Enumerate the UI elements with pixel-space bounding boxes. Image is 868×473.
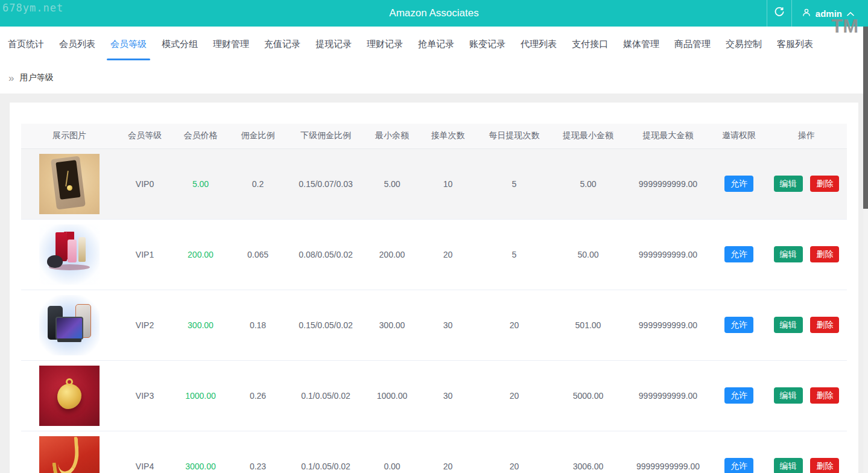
cell-commission: 0.18 — [229, 290, 287, 360]
column-header: 会员价格 — [172, 124, 229, 148]
cell-commission: 0.26 — [229, 360, 287, 431]
table-row: VIP2 300.00 0.18 0.15/0.05/0.02 300.00 3… — [21, 290, 847, 360]
cell-min-balance: 0.00 — [365, 431, 419, 473]
cell-level: VIP1 — [118, 219, 172, 290]
cell-level: VIP4 — [118, 431, 172, 473]
nav-tab-2[interactable]: 会员列表 — [59, 27, 95, 62]
column-header: 会员等级 — [118, 124, 172, 148]
page-content: 展示图片会员等级会员价格佣金比例下级佣金比例最小余额接单次数每日提现次数提现最小… — [0, 94, 868, 473]
nav-tab-15[interactable]: 交易控制 — [726, 27, 762, 62]
cell-max-withdrawal: 99999999999.00 — [624, 431, 712, 473]
scrollbar-thumb[interactable] — [863, 27, 868, 209]
nav-tab-16[interactable]: 客服列表 — [777, 27, 813, 62]
app-title: Amazon Associates — [0, 7, 868, 19]
nav-tab-5[interactable]: 理财管理 — [213, 27, 249, 62]
edit-button[interactable]: 编辑 — [774, 387, 803, 404]
necklace-gift-box-image — [39, 154, 100, 214]
cell-order-count: 30 — [419, 360, 477, 431]
table-row: VIP0 5.00 0.2 0.15/0.07/0.03 5.00 10 5 5… — [21, 148, 847, 219]
table-row: VIP3 1000.00 0.26 0.1/0.05/0.02 1000.00 … — [21, 360, 847, 431]
allow-button[interactable]: 允许 — [724, 176, 753, 192]
cell-order-count: 30 — [419, 290, 477, 360]
cell-daily-withdrawals: 5 — [477, 219, 552, 290]
table-row: VIP4 3000.00 0.23 0.1/0.05/0.02 0.00 20 … — [21, 431, 847, 473]
nav-tab-11[interactable]: 代理列表 — [521, 27, 557, 62]
nav-tab-13[interactable]: 媒体管理 — [623, 27, 659, 62]
cell-min-withdrawal: 50.00 — [552, 219, 624, 290]
edit-button[interactable]: 编辑 — [774, 458, 803, 473]
nav-tab-7[interactable]: 提现记录 — [315, 27, 352, 62]
nav-tab-12[interactable]: 支付接口 — [572, 27, 608, 62]
delete-button[interactable]: 删除 — [810, 246, 839, 262]
cell-min-withdrawal: 3006.00 — [552, 431, 624, 473]
column-header: 每日提现次数 — [477, 124, 552, 148]
refresh-icon — [774, 7, 785, 20]
allow-button[interactable]: 允许 — [724, 387, 753, 404]
nav-tab-4[interactable]: 模式分组 — [162, 27, 198, 62]
cell-order-count: 20 — [419, 431, 477, 473]
cell-max-withdrawal: 9999999999.00 — [624, 219, 712, 290]
nav-tab-6[interactable]: 充值记录 — [264, 27, 300, 62]
cell-level: VIP3 — [118, 360, 172, 431]
cell-sub-commission: 0.15/0.05/0.02 — [287, 290, 365, 360]
cell-min-balance: 300.00 — [365, 290, 419, 360]
cell-max-withdrawal: 9999999999.00 — [624, 290, 712, 360]
column-header: 提现最小金额 — [552, 124, 624, 148]
nav-tab-1[interactable]: 首页统计 — [8, 27, 44, 62]
cell-level: VIP0 — [118, 148, 172, 219]
cell-max-withdrawal: 9999999999.00 — [624, 360, 712, 431]
cell-sub-commission: 0.1/0.05/0.02 — [287, 360, 365, 431]
edit-button[interactable]: 编辑 — [774, 176, 803, 192]
cell-price: 5.00 — [172, 148, 229, 219]
edit-button[interactable]: 编辑 — [774, 246, 803, 262]
refresh-button[interactable] — [767, 0, 792, 27]
tm-watermark: TM — [831, 16, 858, 37]
cell-daily-withdrawals: 20 — [477, 360, 552, 431]
allow-button[interactable]: 允许 — [724, 246, 753, 262]
cell-order-count: 10 — [419, 148, 477, 219]
smartphones-set-image — [39, 295, 100, 355]
user-icon — [802, 8, 811, 19]
nav-tab-10[interactable]: 账变记录 — [469, 27, 505, 62]
nav-tab-9[interactable]: 抢单记录 — [418, 27, 454, 62]
table-row: VIP1 200.00 0.065 0.08/0.05/0.02 200.00 … — [21, 219, 847, 290]
column-header: 展示图片 — [21, 124, 118, 148]
edit-button[interactable]: 编辑 — [774, 317, 803, 333]
delete-button[interactable]: 删除 — [810, 317, 839, 333]
cell-min-withdrawal: 5.00 — [552, 148, 624, 219]
nav-tab-8[interactable]: 理财记录 — [367, 27, 403, 62]
main-nav: 首页统计会员列表会员等级模式分组理财管理充值记录提现记录理财记录抢单记录账变记录… — [0, 27, 868, 62]
breadcrumb-label: 用户等级 — [19, 72, 53, 83]
scrollbar[interactable] — [863, 27, 868, 473]
cell-level: VIP2 — [118, 290, 172, 360]
column-header: 操作 — [766, 124, 847, 148]
cell-daily-withdrawals: 20 — [477, 290, 552, 360]
cell-price: 300.00 — [172, 290, 229, 360]
gold-necklace-image — [39, 436, 100, 473]
delete-button[interactable]: 删除 — [810, 387, 839, 404]
cell-commission: 0.23 — [229, 431, 287, 473]
allow-button[interactable]: 允许 — [724, 317, 753, 333]
cell-max-withdrawal: 9999999999.00 — [624, 148, 712, 219]
cell-order-count: 20 — [419, 219, 477, 290]
nav-tab-3[interactable]: 会员等级 — [110, 27, 147, 62]
column-header: 佣金比例 — [229, 124, 287, 148]
cell-price: 200.00 — [172, 219, 229, 290]
nav-tab-14[interactable]: 商品管理 — [674, 27, 711, 62]
cell-price: 1000.00 — [172, 360, 229, 431]
cell-min-withdrawal: 501.00 — [552, 290, 624, 360]
delete-button[interactable]: 删除 — [810, 458, 839, 473]
cosmetics-set-image — [39, 224, 100, 285]
double-chevron-icon: » — [8, 73, 14, 83]
cell-daily-withdrawals: 5 — [477, 148, 552, 219]
column-header: 下级佣金比例 — [287, 124, 365, 148]
gold-pendant-image — [39, 366, 100, 426]
cell-commission: 0.2 — [229, 148, 287, 219]
cell-sub-commission: 0.08/0.05/0.02 — [287, 219, 365, 290]
top-header: 678ym.net Amazon Associates admin — [0, 0, 868, 27]
cell-sub-commission: 0.15/0.07/0.03 — [287, 148, 365, 219]
delete-button[interactable]: 删除 — [810, 176, 839, 192]
table-header-row: 展示图片会员等级会员价格佣金比例下级佣金比例最小余额接单次数每日提现次数提现最小… — [21, 124, 847, 148]
cell-min-balance: 1000.00 — [365, 360, 419, 431]
allow-button[interactable]: 允许 — [724, 458, 753, 473]
